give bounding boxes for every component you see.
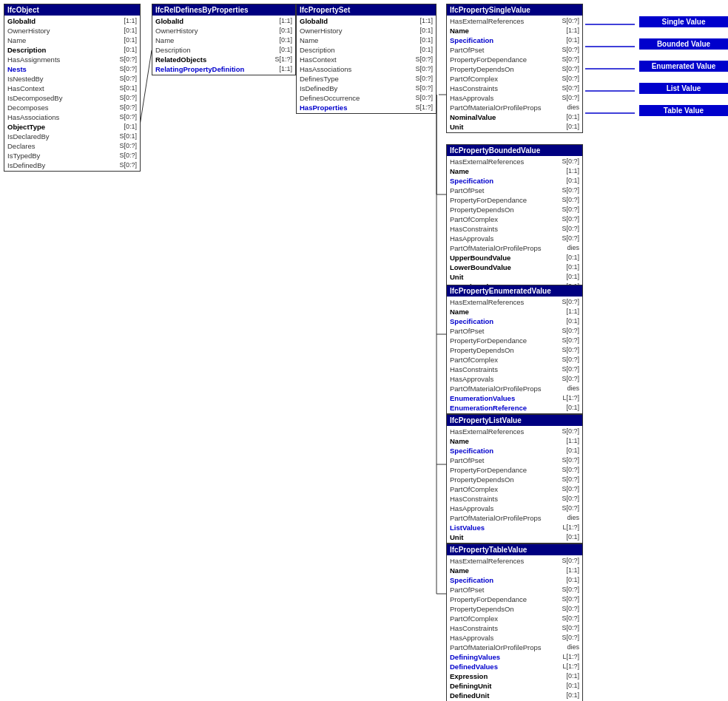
attr-ownerhistory: OwnerHistory[0:1] (4, 26, 140, 35)
class-header-listvalue: IfcPropertyListValue (447, 415, 582, 426)
attr-ev-hasapprovals: HasApprovalsS[0:?] (447, 374, 582, 384)
attr-tv-partofmat: PartOfMaterialOrProfilePropsdies (447, 643, 582, 652)
attr-tv-partofcomplex: PartOfComplexS[0:?] (447, 614, 582, 623)
attr-sv-propdepson: PropertyDependsOnS[0:?] (447, 64, 582, 74)
class-body-singlevalue: HasExternalReferencesS[0:?] Name[1:1] Sp… (447, 16, 582, 132)
attr-ps-globalid: GlobalId[1:1] (297, 16, 436, 26)
attr-ps-definesoccurrence: DefinesOccurrenceS[0:?] (297, 93, 436, 103)
attr-rd-description: Description[0:1] (152, 45, 295, 55)
class-ifcpropertylistvalue: IfcPropertyListValue HasExternalReferenc… (446, 414, 583, 543)
attr-rd-relatedobjects: RelatedObjectsS[1:?] (152, 55, 295, 64)
attr-bv-lowerboundvalue: LowerBoundValue[0:1] (447, 263, 582, 272)
attr-ev-propfordep: PropertyForDependanceS[0:?] (447, 336, 582, 345)
attr-tv-definedunit: DefinedUnit[0:1] (447, 691, 582, 700)
attr-tv-partofpset: PartOfPsetS[0:?] (447, 585, 582, 595)
attr-tv-definingunit: DefiningUnit[0:1] (447, 681, 582, 691)
attr-bv-specification: Specification[0:1] (447, 176, 582, 186)
attr-sv-partofcomplex: PartOfComplexS[0:?] (447, 74, 582, 84)
class-ifcpropertysinglevalue: IfcPropertySingleValue HasExternalRefere… (446, 4, 583, 133)
class-ifcobject: IfcObject GlobalId[1:1] OwnerHistory[0:1… (4, 4, 141, 172)
attr-ev-hasconstraints: HasConstraintsS[0:?] (447, 365, 582, 374)
attr-lv-partofmat: PartOfMaterialOrProfilePropsdies (447, 513, 582, 523)
attr-rd-ownerhistory: OwnerHistory[0:1] (152, 26, 295, 35)
attr-ps-description: Description[0:1] (297, 45, 436, 55)
attr-sv-hasextrefs: HasExternalReferencesS[0:?] (447, 16, 582, 26)
attr-lv-partofpset: PartOfPsetS[0:?] (447, 456, 582, 465)
attr-lv-listvalues: ListValuesL[1:?] (447, 523, 582, 532)
attr-bv-unit: Unit[0:1] (447, 272, 582, 282)
attr-isdeclaredby: IsDeclaredByS[0:1] (4, 132, 140, 141)
legend-single-value: Single Value (639, 16, 728, 27)
attr-ev-partofcomplex: PartOfComplexS[0:?] (447, 355, 582, 365)
attr-rd-relatingpropdef: RelatingPropertyDefinition[1:1] (152, 64, 295, 74)
attr-bv-partofcomplex: PartOfComplexS[0:?] (447, 214, 582, 224)
attr-decomposes: DecomposesS[0:?] (4, 103, 140, 112)
attr-ps-name: Name[0:1] (297, 35, 436, 45)
attr-rd-globalid: GlobalId[1:1] (152, 16, 295, 26)
class-body-propertyset: GlobalId[1:1] OwnerHistory[0:1] Name[0:1… (297, 16, 436, 113)
class-header-enumeratedvalue: IfcPropertyEnumeratedValue (447, 285, 582, 297)
attr-hasassociations: HasAssociationsS[0:?] (4, 112, 140, 122)
class-header-ifcobject: IfcObject (4, 4, 140, 16)
class-body-boundedvalue: HasExternalReferencesS[0:?] Name[1:1] Sp… (447, 156, 582, 292)
attr-isdecomposedby: IsDecomposedByS[0:?] (4, 93, 140, 103)
attr-tv-specification: Specification[0:1] (447, 575, 582, 585)
attr-sv-name: Name[1:1] (447, 26, 582, 35)
attr-tv-propfordep: PropertyForDependanceS[0:?] (447, 595, 582, 604)
class-header-tablevalue: IfcPropertyTableValue (447, 544, 582, 555)
attr-isnestedby: IsNestedByS[0:?] (4, 74, 140, 84)
attr-hasassignments: HasAssignmentsS[0:?] (4, 55, 140, 64)
attr-description: Description[0:1] (4, 45, 140, 55)
attr-ps-definestype: DefinesTypeS[0:?] (297, 74, 436, 84)
attr-name: Name[0:1] (4, 35, 140, 45)
attr-tv-propdepson: PropertyDependsOnS[0:?] (447, 604, 582, 614)
attr-nests: NestsS[0:?] (4, 64, 140, 74)
attr-ev-partofmat: PartOfMaterialOrProfilePropsdies (447, 384, 582, 393)
attr-bv-name: Name[1:1] (447, 166, 582, 176)
attr-sv-partofpset: PartOfPsetS[0:?] (447, 45, 582, 55)
attr-sv-specification: Specification[0:1] (447, 35, 582, 45)
attr-tv-hasextrefs: HasExternalReferencesS[0:?] (447, 556, 582, 566)
attr-bv-propfordep: PropertyForDependanceS[0:?] (447, 195, 582, 205)
attr-lv-partofcomplex: PartOfComplexS[0:?] (447, 484, 582, 494)
attr-bv-partofmat: PartOfMaterialOrProfilePropsdies (447, 243, 582, 253)
attr-ps-ownerhistory: OwnerHistory[0:1] (297, 26, 436, 35)
attr-tv-hasapprovals: HasApprovalsS[0:?] (447, 633, 582, 643)
attr-bv-hasapprovals: HasApprovalsS[0:?] (447, 234, 582, 243)
attr-lv-unit: Unit[0:1] (447, 532, 582, 542)
attr-ps-hasproperties: HasPropertiesS[1:?] (297, 103, 436, 112)
attr-sv-hasapprovals: HasApprovalsS[0:?] (447, 93, 582, 103)
attr-bv-hasconstraints: HasConstraintsS[0:?] (447, 224, 582, 234)
class-header-reldefines: IfcRelDefinesByProperties (152, 4, 295, 16)
attr-lv-name: Name[1:1] (447, 436, 582, 446)
attr-ev-enumvalues: EnumerationValuesL[1:?] (447, 393, 582, 403)
attr-bv-partofpset: PartOfPsetS[0:?] (447, 186, 582, 195)
attr-hascontext: HasContextS[0:1] (4, 84, 140, 93)
attr-lv-propfordep: PropertyForDependanceS[0:?] (447, 465, 582, 475)
class-body-reldefines: GlobalId[1:1] OwnerHistory[0:1] Name[0:1… (152, 16, 295, 75)
attr-rd-name: Name[0:1] (152, 35, 295, 45)
attr-ps-isdefinedby: IsDefinedByS[0:?] (297, 84, 436, 93)
attr-globalid: GlobalId[1:1] (4, 16, 140, 26)
legend-list-value: List Value (639, 83, 728, 94)
attr-ev-partofpset: PartOfPsetS[0:?] (447, 326, 582, 336)
attr-ev-propdepson: PropertyDependsOnS[0:?] (447, 345, 582, 355)
attr-tv-name: Name[1:1] (447, 566, 582, 575)
attr-ps-hascontext: HasContextS[0:?] (297, 55, 436, 64)
diagram-container: IfcObject GlobalId[1:1] OwnerHistory[0:1… (0, 0, 728, 701)
attr-sv-hasconstraints: HasConstraintsS[0:?] (447, 84, 582, 93)
attr-tv-definedvalues: DefinedValuesL[1:?] (447, 662, 582, 671)
legend-bounded-value: Bounded Value (639, 38, 728, 50)
class-body-ifcobject: GlobalId[1:1] OwnerHistory[0:1] Name[0:1… (4, 16, 140, 171)
attr-lv-hasextrefs: HasExternalReferencesS[0:?] (447, 427, 582, 436)
attr-ps-hasassociations: HasAssociationsS[0:?] (297, 64, 436, 74)
class-ifcreldefinesbyproperties: IfcRelDefinesByProperties GlobalId[1:1] … (152, 4, 296, 75)
attr-sv-nominalvalue: NominalValue[0:1] (447, 112, 582, 122)
class-ifcpropertyset: IfcPropertySet GlobalId[1:1] OwnerHistor… (296, 4, 437, 114)
attr-sv-partofmat: PartOfMaterialOrProfilePropsdies (447, 103, 582, 112)
attr-tv-hasconstraints: HasConstraintsS[0:?] (447, 623, 582, 633)
attr-lv-propdepson: PropertyDependsOnS[0:?] (447, 475, 582, 484)
class-body-tablevalue: HasExternalReferencesS[0:?] Name[1:1] Sp… (447, 555, 582, 701)
class-header-propertyset: IfcPropertySet (297, 4, 436, 16)
attr-istypedby: IsTypedByS[0:?] (4, 151, 140, 160)
